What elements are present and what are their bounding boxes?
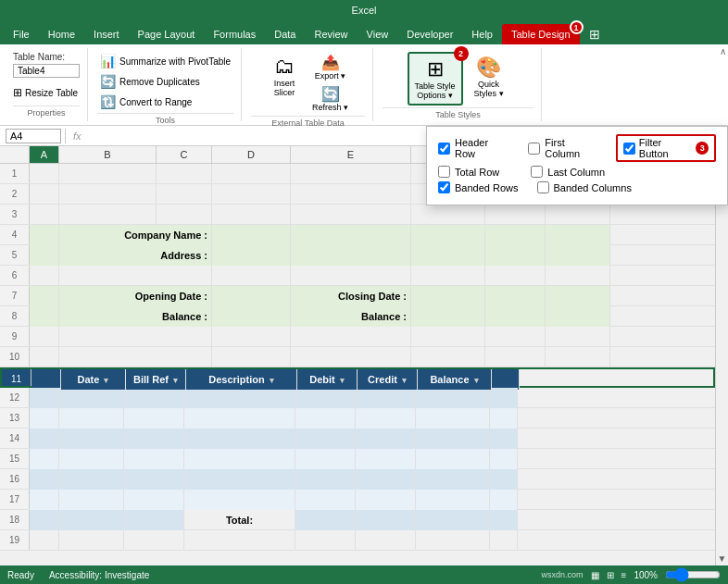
tab-file[interactable]: File	[4, 24, 39, 44]
cell-3c[interactable]	[157, 205, 212, 225]
col-header-e[interactable]: E	[291, 146, 411, 163]
cell-13f[interactable]	[356, 408, 416, 429]
tab-excel-icon[interactable]: ⊞	[580, 24, 609, 44]
total-row-checkbox[interactable]	[438, 166, 450, 178]
cell-17e[interactable]	[295, 490, 356, 510]
cell-19g[interactable]	[416, 530, 490, 551]
cell-10g[interactable]	[485, 347, 546, 367]
cell-11d[interactable]: Description ▾	[186, 369, 297, 390]
cell-5b[interactable]: Address :	[59, 245, 212, 266]
cell-13d[interactable]	[184, 408, 295, 429]
cell-9f[interactable]	[411, 327, 485, 347]
cell-18h[interactable]	[490, 510, 518, 530]
tab-table-design[interactable]: Table Design 1	[502, 24, 580, 44]
cell-10h[interactable]	[546, 347, 610, 367]
summarize-pivot-btn[interactable]: 📊 Summarize with PivotTable	[97, 52, 233, 70]
cell-2d[interactable]	[212, 184, 291, 205]
cell-12g[interactable]	[416, 388, 490, 408]
banded-rows-option[interactable]: Banded Rows	[438, 181, 519, 193]
cell-14g[interactable]	[416, 429, 490, 449]
export-btn[interactable]: 📤 Export ▾	[308, 52, 352, 82]
cell-1d[interactable]	[212, 164, 291, 184]
cell-4f[interactable]	[411, 225, 485, 245]
cell-11f[interactable]: Credit ▾	[358, 369, 418, 390]
cell-4e[interactable]	[291, 225, 411, 245]
cell-15a[interactable]	[30, 449, 59, 469]
cell-5d[interactable]	[212, 245, 291, 266]
cell-19d[interactable]	[184, 530, 295, 551]
cell-10f[interactable]	[411, 347, 485, 367]
cell-16f[interactable]	[356, 469, 416, 490]
zoom-slider[interactable]	[665, 570, 721, 579]
cell-2e[interactable]	[291, 184, 411, 205]
cell-18a[interactable]	[30, 510, 59, 530]
table-name-input[interactable]	[13, 64, 80, 78]
cell-14c[interactable]	[124, 429, 184, 449]
cell-14a[interactable]	[30, 429, 59, 449]
first-column-option[interactable]: First Column	[528, 137, 601, 159]
cell-12c[interactable]	[124, 388, 184, 408]
scrollbar-vertical[interactable]: ▲ ▼	[715, 146, 728, 565]
cell-6b[interactable]	[59, 266, 212, 286]
cell-2c[interactable]	[157, 184, 212, 205]
cell-4g[interactable]	[485, 225, 546, 245]
cell-5h[interactable]	[546, 245, 610, 266]
cell-11e[interactable]: Debit ▾	[297, 369, 358, 390]
banded-columns-checkbox[interactable]	[537, 181, 549, 193]
cell-16c[interactable]	[124, 469, 184, 490]
filter-button-option[interactable]: Filter Button 3	[616, 134, 716, 162]
cell-9b[interactable]	[59, 327, 212, 347]
cell-9e[interactable]	[291, 327, 411, 347]
cell-17h[interactable]	[490, 490, 518, 510]
cell-18d[interactable]: Total:	[184, 510, 295, 530]
cell-6e[interactable]	[291, 266, 411, 286]
cell-11b[interactable]: Date ▾	[61, 369, 126, 390]
cell-17b[interactable]	[59, 490, 124, 510]
tab-data[interactable]: Data	[265, 24, 305, 44]
cell-7h[interactable]	[546, 286, 610, 306]
resize-table-btn[interactable]: ⊞ Resize Table	[13, 86, 78, 99]
cell-3h[interactable]	[546, 205, 610, 225]
cell-15b[interactable]	[59, 449, 124, 469]
cell-16h[interactable]	[490, 469, 518, 490]
cell-8a[interactable]	[30, 306, 59, 327]
convert-range-btn[interactable]: 🔃 Convert to Range	[97, 93, 233, 111]
cell-14h[interactable]	[490, 429, 518, 449]
cell-16e[interactable]	[295, 469, 356, 490]
cell-11c[interactable]: Bill Ref ▾	[126, 369, 186, 390]
cell-4a[interactable]	[30, 225, 59, 245]
cell-16d[interactable]	[184, 469, 295, 490]
cell-9a[interactable]	[30, 327, 59, 347]
cell-4h[interactable]	[546, 225, 610, 245]
cell-2b[interactable]	[59, 184, 157, 205]
cell-8g[interactable]	[485, 306, 546, 327]
cell-3a[interactable]	[30, 205, 59, 225]
cell-17d[interactable]	[184, 490, 295, 510]
tab-help[interactable]: Help	[462, 24, 502, 44]
quick-styles-btn[interactable]: 🎨 QuickStyles ▾	[469, 52, 509, 102]
cell-11a[interactable]	[31, 369, 61, 390]
ribbon-collapse-btn[interactable]: ∧	[720, 46, 726, 56]
col-header-a[interactable]: A	[30, 146, 59, 163]
cell-18b[interactable]	[59, 510, 124, 530]
remove-duplicates-btn[interactable]: 🔄 Remove Duplicates	[97, 72, 233, 91]
cell-19a[interactable]	[30, 530, 59, 551]
tab-home[interactable]: Home	[39, 24, 84, 44]
scroll-down-btn[interactable]: ▼	[716, 552, 728, 565]
view-page-break-btn[interactable]: ≡	[621, 570, 627, 580]
cell-12h[interactable]	[490, 388, 518, 408]
cell-13c[interactable]	[124, 408, 184, 429]
cell-12a[interactable]	[30, 388, 59, 408]
cell-17f[interactable]	[356, 490, 416, 510]
cell-13a[interactable]	[30, 408, 59, 429]
cell-14b[interactable]	[59, 429, 124, 449]
header-row-option[interactable]: Header Row	[438, 137, 509, 159]
cell-15g[interactable]	[416, 449, 490, 469]
cell-11h[interactable]	[492, 369, 520, 390]
name-box[interactable]	[6, 129, 61, 143]
cell-11g[interactable]: Balance ▾	[418, 369, 492, 390]
cell-9d[interactable]	[212, 327, 291, 347]
cell-4b[interactable]: Company Name :	[59, 225, 212, 245]
cell-13e[interactable]	[295, 408, 356, 429]
cell-7b[interactable]: Opening Date :	[59, 286, 212, 306]
